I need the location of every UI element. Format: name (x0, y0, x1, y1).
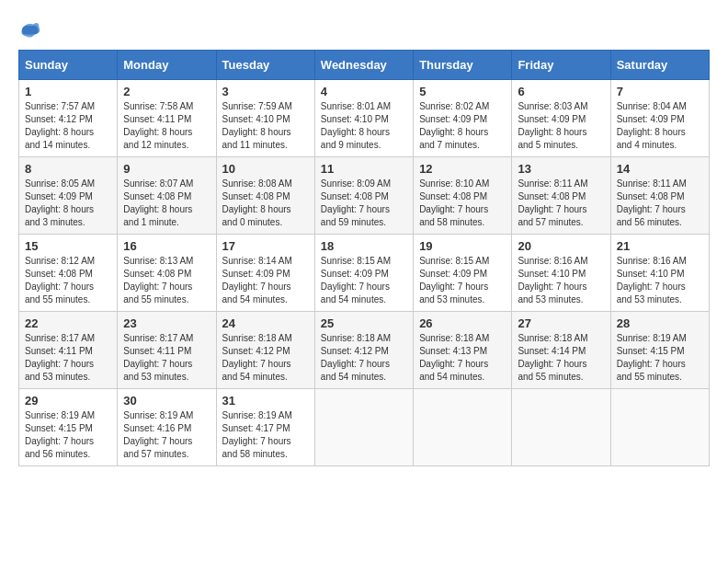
weekday-wednesday: Wednesday (314, 51, 413, 80)
calendar-cell: 16 Sunrise: 8:13 AM Sunset: 4:08 PM Dayl… (118, 235, 216, 312)
sunset-label: Sunset: 4:09 PM (419, 114, 487, 124)
sunrise-label: Sunrise: 8:15 AM (419, 256, 489, 266)
day-number: 9 (123, 162, 210, 176)
sunrise-label: Sunrise: 8:10 AM (419, 178, 489, 189)
daylight-label: Daylight: 8 hours and 4 minutes. (617, 127, 686, 150)
daylight-label: Daylight: 7 hours and 59 minutes. (321, 204, 390, 227)
calendar-cell: 21 Sunrise: 8:16 AM Sunset: 4:10 PM Dayl… (610, 235, 709, 312)
sunset-label: Sunset: 4:09 PM (25, 191, 93, 201)
week-row-1: 1 Sunrise: 7:57 AM Sunset: 4:12 PM Dayli… (19, 80, 710, 157)
sunset-label: Sunset: 4:15 PM (617, 346, 685, 356)
daylight-label: Daylight: 7 hours and 53 minutes. (419, 282, 488, 304)
day-number: 21 (617, 239, 703, 253)
weekday-tuesday: Tuesday (216, 51, 314, 80)
day-info: Sunrise: 8:02 AM Sunset: 4:09 PM Dayligh… (419, 100, 506, 152)
sunset-label: Sunset: 4:09 PM (419, 269, 487, 279)
day-number: 5 (419, 85, 506, 98)
calendar-cell: 27 Sunrise: 8:18 AM Sunset: 4:14 PM Dayl… (512, 312, 610, 389)
day-number: 31 (222, 394, 309, 408)
week-row-5: 29 Sunrise: 8:19 AM Sunset: 4:15 PM Dayl… (19, 389, 710, 466)
sunrise-label: Sunrise: 8:12 AM (25, 256, 95, 266)
week-row-3: 15 Sunrise: 8:12 AM Sunset: 4:08 PM Dayl… (19, 235, 710, 312)
calendar-header: SundayMondayTuesdayWednesdayThursdayFrid… (19, 51, 710, 80)
day-number: 29 (25, 394, 111, 408)
day-info: Sunrise: 8:10 AM Sunset: 4:08 PM Dayligh… (419, 178, 506, 229)
daylight-label: Daylight: 7 hours and 54 minutes. (222, 359, 291, 382)
day-info: Sunrise: 8:17 AM Sunset: 4:11 PM Dayligh… (123, 332, 210, 384)
sunrise-label: Sunrise: 8:19 AM (25, 410, 95, 420)
day-number: 2 (123, 85, 210, 98)
day-number: 18 (321, 239, 407, 253)
weekday-friday: Friday (512, 51, 610, 80)
sunset-label: Sunset: 4:12 PM (25, 114, 93, 124)
daylight-label: Daylight: 8 hours and 5 minutes. (518, 127, 586, 150)
calendar-cell: 22 Sunrise: 8:17 AM Sunset: 4:11 PM Dayl… (19, 312, 118, 389)
calendar-cell: 23 Sunrise: 8:17 AM Sunset: 4:11 PM Dayl… (118, 312, 216, 389)
sunrise-label: Sunrise: 8:09 AM (321, 178, 391, 189)
calendar-cell: 12 Sunrise: 8:10 AM Sunset: 4:08 PM Dayl… (414, 157, 512, 235)
daylight-label: Daylight: 8 hours and 14 minutes. (25, 127, 94, 150)
sunset-label: Sunset: 4:09 PM (617, 114, 685, 124)
sunset-label: Sunset: 4:08 PM (25, 269, 93, 279)
daylight-label: Daylight: 7 hours and 55 minutes. (25, 282, 94, 304)
day-info: Sunrise: 8:12 AM Sunset: 4:08 PM Dayligh… (25, 255, 111, 306)
sunset-label: Sunset: 4:09 PM (222, 269, 290, 279)
day-number: 17 (222, 239, 309, 253)
calendar-cell: 19 Sunrise: 8:15 AM Sunset: 4:09 PM Dayl… (414, 235, 512, 312)
sunrise-label: Sunrise: 8:18 AM (518, 333, 587, 343)
daylight-label: Daylight: 7 hours and 55 minutes. (518, 359, 586, 382)
calendar-cell: 6 Sunrise: 8:03 AM Sunset: 4:09 PM Dayli… (512, 80, 610, 157)
sunrise-label: Sunrise: 8:05 AM (25, 178, 95, 189)
sunrise-label: Sunrise: 7:58 AM (123, 101, 193, 111)
sunrise-label: Sunrise: 8:07 AM (123, 178, 193, 189)
calendar-cell: 8 Sunrise: 8:05 AM Sunset: 4:09 PM Dayli… (19, 157, 118, 235)
day-info: Sunrise: 8:13 AM Sunset: 4:08 PM Dayligh… (123, 255, 210, 306)
day-number: 16 (123, 239, 210, 253)
calendar-cell: 30 Sunrise: 8:19 AM Sunset: 4:16 PM Dayl… (118, 389, 216, 466)
calendar-cell: 11 Sunrise: 8:09 AM Sunset: 4:08 PM Dayl… (314, 157, 413, 235)
day-number: 11 (321, 162, 407, 176)
calendar-cell: 5 Sunrise: 8:02 AM Sunset: 4:09 PM Dayli… (414, 80, 512, 157)
page-header (18, 18, 710, 40)
day-number: 30 (123, 394, 210, 408)
sunrise-label: Sunrise: 8:18 AM (321, 333, 391, 343)
day-number: 27 (518, 316, 604, 330)
sunrise-label: Sunrise: 8:17 AM (25, 333, 95, 343)
daylight-label: Daylight: 7 hours and 54 minutes. (222, 282, 291, 304)
day-number: 28 (617, 316, 703, 330)
day-number: 25 (321, 316, 407, 330)
day-info: Sunrise: 8:18 AM Sunset: 4:12 PM Dayligh… (321, 332, 407, 384)
calendar-cell: 20 Sunrise: 8:16 AM Sunset: 4:10 PM Dayl… (512, 235, 610, 312)
daylight-label: Daylight: 7 hours and 54 minutes. (321, 282, 390, 304)
sunset-label: Sunset: 4:11 PM (25, 346, 93, 356)
sunset-label: Sunset: 4:10 PM (321, 114, 389, 124)
sunset-label: Sunset: 4:08 PM (518, 191, 586, 201)
calendar-cell: 4 Sunrise: 8:01 AM Sunset: 4:10 PM Dayli… (314, 80, 413, 157)
calendar-cell: 9 Sunrise: 8:07 AM Sunset: 4:08 PM Dayli… (118, 157, 216, 235)
daylight-label: Daylight: 7 hours and 57 minutes. (518, 204, 586, 227)
day-number: 14 (617, 162, 703, 176)
week-row-4: 22 Sunrise: 8:17 AM Sunset: 4:11 PM Dayl… (19, 312, 710, 389)
calendar-body: 1 Sunrise: 7:57 AM Sunset: 4:12 PM Dayli… (19, 80, 710, 466)
daylight-label: Daylight: 7 hours and 55 minutes. (617, 359, 686, 382)
day-info: Sunrise: 8:18 AM Sunset: 4:12 PM Dayligh… (222, 332, 309, 384)
daylight-label: Daylight: 7 hours and 53 minutes. (518, 282, 586, 304)
daylight-label: Daylight: 8 hours and 9 minutes. (321, 127, 390, 150)
sunset-label: Sunset: 4:08 PM (222, 191, 290, 201)
calendar-cell: 15 Sunrise: 8:12 AM Sunset: 4:08 PM Dayl… (19, 235, 118, 312)
day-number: 22 (25, 316, 111, 330)
sunset-label: Sunset: 4:11 PM (123, 114, 191, 124)
day-info: Sunrise: 7:59 AM Sunset: 4:10 PM Dayligh… (222, 100, 309, 152)
sunrise-label: Sunrise: 8:08 AM (222, 178, 292, 189)
sunset-label: Sunset: 4:08 PM (419, 191, 487, 201)
sunrise-label: Sunrise: 8:16 AM (518, 256, 587, 266)
sunrise-label: Sunrise: 8:19 AM (222, 410, 292, 420)
day-info: Sunrise: 8:08 AM Sunset: 4:08 PM Dayligh… (222, 178, 309, 229)
calendar-cell: 2 Sunrise: 7:58 AM Sunset: 4:11 PM Dayli… (118, 80, 216, 157)
sunrise-label: Sunrise: 8:18 AM (222, 333, 292, 343)
sunset-label: Sunset: 4:09 PM (518, 114, 586, 124)
daylight-label: Daylight: 7 hours and 57 minutes. (123, 436, 192, 459)
day-info: Sunrise: 8:18 AM Sunset: 4:13 PM Dayligh… (419, 332, 506, 384)
calendar-cell: 14 Sunrise: 8:11 AM Sunset: 4:08 PM Dayl… (610, 157, 709, 235)
calendar-cell: 7 Sunrise: 8:04 AM Sunset: 4:09 PM Dayli… (610, 80, 709, 157)
